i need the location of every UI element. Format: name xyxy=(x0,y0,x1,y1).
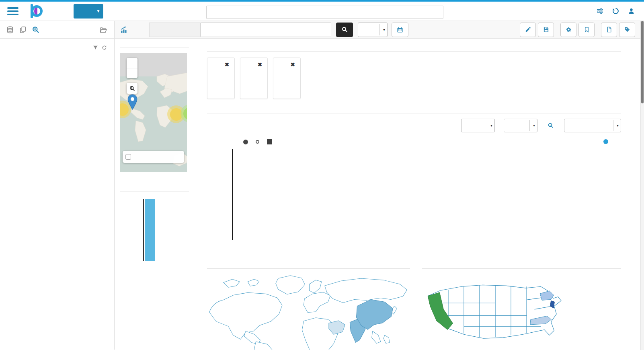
marker-map-panel xyxy=(120,44,189,172)
series-legend[interactable] xyxy=(603,139,610,144)
edit-dashboard-button[interactable] xyxy=(520,23,536,37)
user-menu[interactable] xyxy=(628,8,637,14)
map-zoom-in-button[interactable] xyxy=(127,58,137,68)
country-name-facet-panel xyxy=(120,179,189,182)
user-agent-plot xyxy=(143,199,189,261)
us-map[interactable] xyxy=(422,275,570,350)
gear-icon xyxy=(566,27,572,33)
close-icon[interactable]: ✖ xyxy=(213,62,229,68)
file-icon xyxy=(606,27,612,33)
documents-icon[interactable] xyxy=(19,26,27,33)
database-icon[interactable] xyxy=(6,26,14,33)
map-zoom-out-button[interactable] xyxy=(127,68,137,78)
interval-select[interactable] xyxy=(504,119,537,132)
grouped-radio[interactable] xyxy=(243,140,249,144)
user-icon xyxy=(628,8,635,14)
series-dot-icon xyxy=(603,139,608,144)
filter-bar-title xyxy=(207,47,621,52)
navbar: ▼ xyxy=(0,2,644,21)
map-region-china xyxy=(356,300,393,330)
bottom-map-row xyxy=(207,266,621,350)
group-by-select[interactable] xyxy=(564,119,621,132)
global-search-input[interactable] xyxy=(206,6,443,19)
chart-type-select[interactable] xyxy=(461,119,495,132)
query-button[interactable]: ▼ xyxy=(74,4,103,19)
user-agent-family-panel xyxy=(120,189,189,245)
time-chart-y-axis xyxy=(207,149,229,240)
menu-icon[interactable] xyxy=(7,6,18,17)
navbar-right xyxy=(594,8,637,14)
bookmark-button[interactable] xyxy=(578,23,595,37)
hue-logo[interactable] xyxy=(31,5,44,17)
time-chart xyxy=(232,149,621,240)
pencil-icon xyxy=(525,27,531,33)
filter-card-subapp: ✖ xyxy=(273,58,301,99)
region-code-panel xyxy=(422,266,621,350)
calendar-icon xyxy=(397,27,403,33)
filter-cards: ✖ ✖ xyxy=(207,58,621,99)
refresh-icon[interactable] xyxy=(102,45,107,50)
page-scrollbar[interactable] xyxy=(640,21,644,350)
chart-legend-row xyxy=(207,139,621,146)
save-icon xyxy=(543,27,549,33)
country-facet-title xyxy=(120,179,189,182)
folder-icon[interactable] xyxy=(100,26,107,33)
user-agent-bar[interactable] xyxy=(145,199,155,261)
search-icon xyxy=(342,27,348,33)
tags-button[interactable] xyxy=(619,23,635,37)
left-widget-column xyxy=(120,44,189,350)
map-magnify-button[interactable] xyxy=(127,83,137,94)
user-agent-chart xyxy=(120,197,189,245)
chart-controls xyxy=(207,119,621,132)
region-code-title xyxy=(422,266,621,269)
marker-map[interactable] xyxy=(120,53,187,172)
world-map[interactable] xyxy=(207,274,410,350)
filter-funnel-icon[interactable] xyxy=(93,45,98,50)
tag-icon xyxy=(624,27,630,33)
history-icon[interactable] xyxy=(612,8,619,14)
marker-map-title xyxy=(120,44,189,47)
radio-unselected-icon xyxy=(256,140,259,144)
settings-button[interactable] xyxy=(560,23,576,37)
country-code3-panel xyxy=(207,266,410,350)
filter-card-country-name: ✖ xyxy=(207,58,235,99)
user-agent-panel-title xyxy=(120,189,189,192)
add-widget-button[interactable] xyxy=(316,23,331,37)
user-agent-y-axis xyxy=(120,197,142,245)
dashboard-query-group xyxy=(201,23,331,37)
query-dropdown-caret[interactable]: ▼ xyxy=(93,4,103,19)
checkbox-icon xyxy=(267,139,272,144)
collection-selector[interactable] xyxy=(149,23,201,37)
enable-selection-checkbox[interactable] xyxy=(267,139,273,144)
collections-sidebar xyxy=(0,39,115,350)
map-zoom-control xyxy=(127,58,137,78)
close-icon[interactable]: ✖ xyxy=(246,62,262,68)
hue-logo-mark-icon xyxy=(31,5,43,17)
stacked-radio[interactable] xyxy=(256,140,260,144)
scrollbar-thumb[interactable] xyxy=(641,21,644,103)
dashboard-header xyxy=(115,21,644,38)
time-chart-plot xyxy=(232,149,621,240)
zoom-out-icon[interactable] xyxy=(548,123,554,128)
dashboard-search-input[interactable] xyxy=(201,23,316,37)
jobs-link[interactable] xyxy=(594,8,603,14)
page-title xyxy=(120,26,131,34)
map-search-checkbox[interactable] xyxy=(125,154,131,160)
save-dashboard-button[interactable] xyxy=(538,23,554,37)
sliders-icon xyxy=(597,8,603,14)
close-icon[interactable]: ✖ xyxy=(279,62,295,68)
magnifier-plus-icon xyxy=(129,86,135,91)
filter-card-time: ✖ xyxy=(240,58,268,99)
calendar-button[interactable] xyxy=(392,23,408,37)
engine-select[interactable] xyxy=(358,23,388,37)
content: ✖ ✖ xyxy=(0,39,644,350)
zoom-in-icon[interactable] xyxy=(32,26,39,33)
hue-app: ▼ xyxy=(0,0,644,350)
dashboard-search-button[interactable] xyxy=(336,23,353,37)
right-widget-column: ✖ ✖ xyxy=(207,44,621,350)
bar-chart-icon xyxy=(120,26,128,34)
dashboard-actions xyxy=(513,23,635,37)
toolbar-row xyxy=(0,21,644,39)
time-panel-title xyxy=(207,110,621,113)
new-document-button[interactable] xyxy=(601,23,617,37)
